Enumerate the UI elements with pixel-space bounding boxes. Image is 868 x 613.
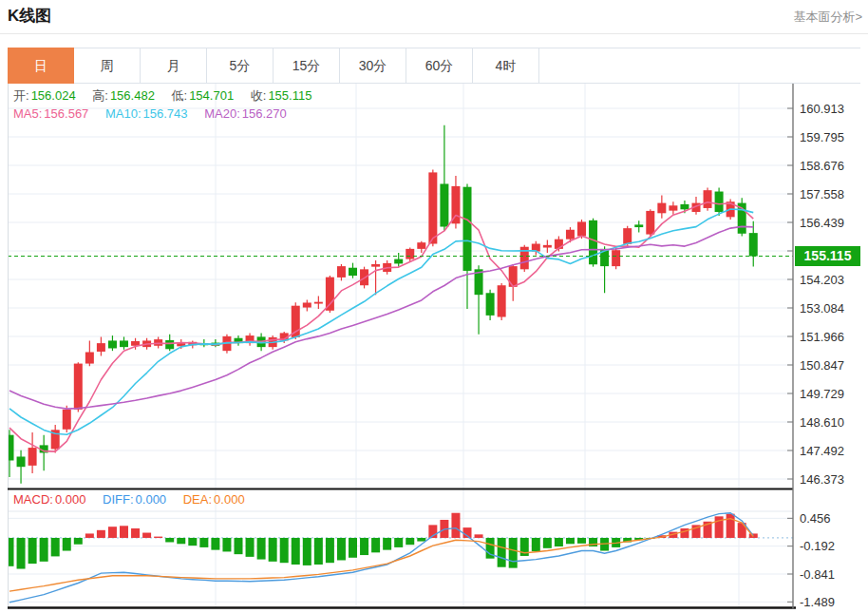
candle-body <box>349 268 357 276</box>
macd-bar <box>726 514 735 538</box>
current-price-tag: 155.115 <box>795 246 860 266</box>
dea-value: 0.000 <box>214 492 245 507</box>
y-axis-label: 157.558 <box>800 187 844 201</box>
close-label: 收: <box>251 88 267 103</box>
macd-bar <box>555 538 563 546</box>
macd-bar <box>532 538 540 551</box>
macd-bar <box>85 533 94 538</box>
y-axis-label: 150.847 <box>800 358 844 373</box>
macd-bar <box>543 538 552 548</box>
macd-bar <box>235 538 243 554</box>
open-value: 156.024 <box>31 88 76 103</box>
macd-bar <box>97 530 105 538</box>
candle-body <box>97 343 105 352</box>
low-label: 低: <box>172 88 188 103</box>
macd-bar <box>577 538 586 544</box>
macd-bar <box>154 537 162 538</box>
macd-bar <box>417 538 425 542</box>
open-label: 开: <box>13 88 29 103</box>
candle-body <box>108 340 117 348</box>
macd-bar <box>188 538 197 546</box>
macd-label: MACD: <box>13 492 53 507</box>
fundamental-analysis-link[interactable]: 基本面分析> <box>793 9 862 26</box>
macd-bar <box>475 534 483 538</box>
macd-bar <box>120 526 128 538</box>
candle-body <box>498 285 506 316</box>
macd-value: 0.000 <box>55 492 86 507</box>
page-title: K线图 <box>8 5 51 27</box>
macd-bar <box>269 538 277 562</box>
tab-60min[interactable]: 60分 <box>406 48 473 83</box>
low-value: 154.701 <box>189 88 234 103</box>
macd-bar <box>303 538 311 565</box>
macd-bar <box>28 538 37 564</box>
candle-body <box>680 204 689 209</box>
y-axis-label: 156.439 <box>800 216 844 230</box>
tab-5min[interactable]: 5分 <box>207 48 274 83</box>
macd-bar <box>17 538 26 569</box>
ma5-value: 156.567 <box>44 106 88 121</box>
y-axis-label: 153.084 <box>800 301 844 316</box>
diff-value: 0.000 <box>136 492 167 507</box>
macd-bar <box>314 538 323 565</box>
macd-bar <box>292 538 300 565</box>
macd-bar <box>451 513 460 538</box>
candle-body <box>657 203 666 214</box>
macd-bar <box>394 538 403 547</box>
macd-bar <box>142 533 151 538</box>
macd-legend: MACD:0.000 DIFF:0.000 DEA:0.000 <box>13 492 247 507</box>
tab-15min[interactable]: 15分 <box>274 48 340 83</box>
ma20-line <box>9 226 753 409</box>
y-axis-label: 147.492 <box>800 444 844 458</box>
candle-body <box>371 264 380 267</box>
macd-axis-label: 0.456 <box>800 511 831 526</box>
macd-bar <box>199 538 208 547</box>
tab-month[interactable]: 月 <box>141 48 207 83</box>
candle-body <box>669 205 677 210</box>
close-value: 155.115 <box>268 88 311 103</box>
tab-day[interactable]: 日 <box>8 48 74 84</box>
candle-body <box>28 448 37 466</box>
y-axis-label: 149.729 <box>800 387 844 401</box>
ohlc-legend: 开:156.024 高:156.482 低:154.701 收:155.115 <box>13 87 313 105</box>
candle-body <box>749 233 758 256</box>
candle-body <box>314 302 323 304</box>
candle-body <box>715 192 724 212</box>
macd-bar <box>63 538 71 551</box>
tab-4hour[interactable]: 4时 <box>473 48 539 83</box>
tabbar-filler <box>539 48 860 83</box>
y-axis-label: 154.203 <box>800 273 844 287</box>
candle-body <box>74 364 83 410</box>
candle-body <box>406 249 414 259</box>
macd-bar <box>108 527 117 538</box>
macd-bar <box>326 538 334 563</box>
ma10-label: MA10: <box>105 106 142 121</box>
macd-bar <box>257 538 266 560</box>
kline-chart-canvas[interactable]: 160.913159.795158.676157.558156.439155.3… <box>8 84 860 609</box>
macd-bar <box>74 538 83 545</box>
y-axis-label: 159.795 <box>800 130 844 144</box>
macd-bar <box>211 538 219 550</box>
ma10-value: 156.743 <box>143 106 188 121</box>
dea-label: DEA: <box>183 492 212 507</box>
candle-body <box>634 224 643 227</box>
candle-body <box>292 306 300 337</box>
period-tabbar: 日 周 月 5分 15分 30分 60分 4时 <box>8 48 860 84</box>
candle-body <box>120 340 128 347</box>
candle-body <box>337 266 346 278</box>
candle-body <box>17 456 26 467</box>
candle-body <box>326 278 334 311</box>
candle-body <box>566 230 575 239</box>
y-axis-label: 151.966 <box>800 330 844 344</box>
candle-body <box>451 186 460 223</box>
tab-30min[interactable]: 30分 <box>340 48 406 83</box>
candle-body <box>463 187 472 271</box>
macd-bar <box>51 538 60 556</box>
ma5-line <box>9 202 753 451</box>
candle-body <box>486 293 495 316</box>
candle-body <box>440 183 448 226</box>
ma20-label: MA20: <box>204 106 240 121</box>
candle-body <box>303 302 311 307</box>
tab-week[interactable]: 周 <box>74 48 141 83</box>
macd-bar <box>165 538 174 543</box>
